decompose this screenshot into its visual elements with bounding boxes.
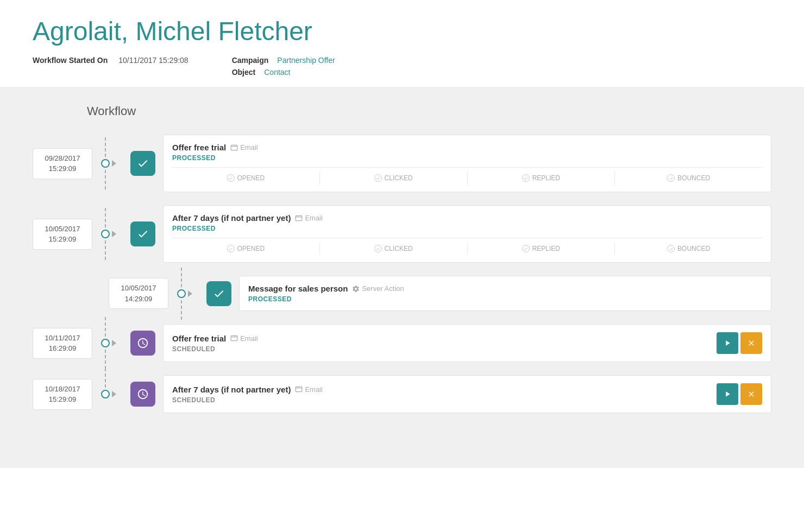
workflow-started-label: Workflow Started On bbox=[33, 56, 108, 65]
svg-rect-0 bbox=[231, 145, 237, 150]
campaign-link[interactable]: Partnership Offer bbox=[277, 56, 335, 65]
stat-check-icon bbox=[227, 174, 235, 182]
object-label: Object bbox=[232, 68, 256, 77]
status-icon-processed bbox=[206, 281, 231, 306]
workflow-item: 09/28/201715:29:09 Offer free trial Emai… bbox=[33, 135, 771, 192]
stat-opened: OPENED bbox=[172, 172, 320, 184]
timeline-arrow bbox=[112, 391, 116, 397]
play-button[interactable] bbox=[717, 332, 738, 354]
card-header: Offer free trial Email bbox=[172, 143, 762, 152]
timeline-connector bbox=[168, 289, 206, 298]
timeline-connector bbox=[92, 339, 130, 347]
stat-clicked: CLICKED bbox=[320, 172, 468, 184]
stats-row: OPENED CLICKED REPLIED bbox=[172, 167, 762, 184]
stat-check-icon bbox=[374, 174, 382, 182]
timeline-dot bbox=[177, 289, 186, 298]
workflow-card: Offer free trial Email SCHEDULED bbox=[163, 324, 771, 362]
svg-rect-1 bbox=[296, 216, 303, 220]
card-status: SCHEDULED bbox=[172, 345, 717, 353]
timeline-dot bbox=[101, 390, 110, 398]
workflow-item: 10/18/201715:29:09 After 7 days (if not … bbox=[33, 375, 771, 413]
cancel-button[interactable] bbox=[740, 383, 762, 405]
workflow-item-nested: 10/05/201714:29:09 Message for sales per… bbox=[109, 276, 771, 311]
timeline-dot bbox=[101, 339, 110, 347]
workflow-section-title: Workflow bbox=[87, 104, 771, 118]
card-title: Offer free trial bbox=[172, 143, 226, 152]
workflow-items: 09/28/201715:29:09 Offer free trial Emai… bbox=[33, 135, 771, 413]
card-status: PROCESSED bbox=[172, 154, 762, 162]
timeline-arrow bbox=[112, 231, 116, 237]
stat-check-icon bbox=[522, 245, 530, 252]
campaign-label: Campaign bbox=[232, 56, 269, 65]
svg-rect-3 bbox=[296, 387, 303, 391]
cancel-button[interactable] bbox=[740, 332, 762, 354]
status-icon-processed bbox=[130, 221, 155, 246]
stat-opened: OPENED bbox=[172, 243, 320, 255]
play-button[interactable] bbox=[717, 383, 738, 405]
workflow-started: Workflow Started On 10/11/2017 15:29:08 bbox=[33, 56, 189, 65]
workflow-card: After 7 days (if not partner yet) Email … bbox=[163, 205, 771, 263]
timeline-arrow bbox=[112, 340, 116, 346]
card-type: Email bbox=[295, 214, 323, 222]
date-box: 10/11/201716:29:09 bbox=[33, 328, 92, 359]
date-box: 10/05/201715:29:09 bbox=[33, 219, 92, 250]
workflow-section: Workflow 09/28/201715:29:09 Offer free t… bbox=[0, 88, 804, 468]
timeline-arrow bbox=[188, 290, 192, 297]
card-status: SCHEDULED bbox=[172, 396, 717, 404]
stat-check-icon bbox=[522, 174, 530, 182]
stat-check-icon bbox=[227, 245, 235, 252]
card-type: Email bbox=[230, 143, 258, 151]
card-actions bbox=[717, 332, 762, 354]
timeline-connector bbox=[92, 390, 130, 398]
card-type: Email bbox=[295, 385, 323, 394]
object-row: Object Contact bbox=[232, 68, 335, 77]
svg-rect-2 bbox=[231, 335, 237, 340]
card-title: Message for sales person bbox=[248, 284, 348, 293]
card-header: Offer free trial Email bbox=[172, 334, 717, 343]
timeline-connector bbox=[92, 159, 130, 168]
status-icon-scheduled bbox=[130, 331, 155, 356]
card-content: Offer free trial Email SCHEDULED bbox=[172, 334, 717, 353]
card-header: Message for sales person Server Action bbox=[248, 284, 762, 293]
stat-check-icon bbox=[667, 174, 675, 182]
stat-clicked: CLICKED bbox=[320, 243, 468, 255]
date-box: 10/05/201714:29:09 bbox=[109, 278, 168, 309]
stat-bounced: BOUNCED bbox=[615, 243, 762, 255]
card-type: Email bbox=[230, 334, 258, 343]
stat-check-icon bbox=[374, 245, 382, 252]
timeline-connector bbox=[92, 230, 130, 238]
card-title: After 7 days (if not partner yet) bbox=[172, 385, 291, 394]
timeline-dot bbox=[101, 230, 110, 238]
stat-replied: REPLIED bbox=[468, 172, 615, 184]
workflow-card: Message for sales person Server Action P… bbox=[239, 276, 771, 311]
workflow-started-value: 10/11/2017 15:29:08 bbox=[118, 56, 188, 65]
campaign-info: Campaign Partnership Offer Object Contac… bbox=[232, 56, 335, 77]
workflow-item: 10/11/201716:29:09 Offer free trial Emai… bbox=[33, 324, 771, 362]
meta-row: Workflow Started On 10/11/2017 15:29:08 … bbox=[33, 56, 771, 77]
stat-replied: REPLIED bbox=[468, 243, 615, 255]
card-type: Server Action bbox=[352, 284, 404, 293]
page-title: Agrolait, Michel Fletcher bbox=[33, 16, 771, 46]
status-icon-scheduled bbox=[130, 382, 155, 407]
card-actions bbox=[717, 383, 762, 405]
timeline-dot bbox=[101, 159, 110, 168]
workflow-card: Offer free trial Email PROCESSED OPENED bbox=[163, 135, 771, 192]
card-header: After 7 days (if not partner yet) Email bbox=[172, 385, 717, 394]
object-link[interactable]: Contact bbox=[264, 68, 290, 77]
campaign-row: Campaign Partnership Offer bbox=[232, 56, 335, 65]
stat-bounced: BOUNCED bbox=[615, 172, 762, 184]
card-title: Offer free trial bbox=[172, 334, 226, 343]
workflow-item: 10/05/201715:29:09 After 7 days (if not … bbox=[33, 205, 771, 263]
status-icon-processed bbox=[130, 151, 155, 176]
date-box: 09/28/201715:29:09 bbox=[33, 148, 92, 179]
date-box: 10/18/201715:29:09 bbox=[33, 379, 92, 410]
card-content: After 7 days (if not partner yet) Email … bbox=[172, 385, 717, 404]
card-title: After 7 days (if not partner yet) bbox=[172, 213, 291, 223]
card-status: PROCESSED bbox=[172, 225, 762, 232]
workflow-card: After 7 days (if not partner yet) Email … bbox=[163, 375, 771, 413]
page-header: Agrolait, Michel Fletcher Workflow Start… bbox=[0, 0, 804, 88]
stat-check-icon bbox=[667, 245, 675, 252]
card-status: PROCESSED bbox=[248, 295, 762, 303]
card-header: After 7 days (if not partner yet) Email bbox=[172, 213, 762, 223]
stats-row: OPENED CLICKED REPLIED bbox=[172, 238, 762, 255]
